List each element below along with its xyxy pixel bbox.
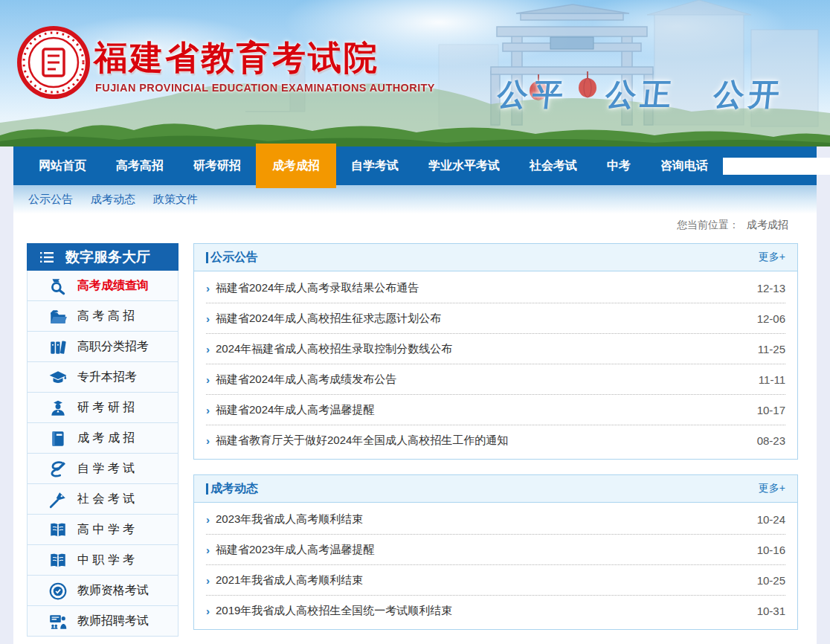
news-item[interactable]: › 福建省2023年成人高考温馨提醒 10-16 [206,535,785,565]
news-date: 12-13 [757,282,785,294]
sidebar-item[interactable]: 中 职 学 考 [28,545,178,576]
breadcrumb-current: 成考成招 [747,219,788,232]
news-date: 12-06 [757,312,785,325]
header-banner: 福建省教育考试院 FUJIAN PROVINCIAL EDUCATION EXA… [0,0,830,146]
sidebar-header: 数字服务大厅 [27,243,178,271]
chevron-right-icon: › [206,343,210,355]
nav-item[interactable]: 中考 [592,146,646,185]
news-date: 10-17 [757,404,785,416]
panel-header: 公示公告 更多+ [194,244,797,271]
panel-announcements: 公示公告 更多+ › 福建省2024年成人高考录取结果公布通告 12-13 [193,243,798,460]
news-date: 11-11 [759,373,785,386]
org-name-english: FUJIAN PROVINCIAL EDUCATION EXAMINATIONS… [95,82,435,94]
news-item[interactable]: › 2024年福建省成人高校招生录取控制分数线公布 11-25 [206,334,785,364]
sidebar-item[interactable]: 教师资格考试 [28,576,178,606]
news-date: 11-25 [758,343,785,355]
news-list: › 福建省2024年成人高考录取结果公布通告 12-13 › 福建省2024年成… [194,271,797,459]
nav-item[interactable]: 网站首页 [24,146,101,185]
score-search-icon [48,277,68,294]
news-item[interactable]: › 2021年我省成人高考顺利结束 10-25 [206,565,785,596]
panel-title: 公示公告 [206,250,258,265]
chevron-right-icon: › [206,312,210,325]
subnav-item[interactable]: 成考动态 [91,193,135,207]
sidebar-item[interactable]: 专升本招考 [28,362,178,393]
panel-news: 成考动态 更多+ › 2023年我省成人高考顺利结束 10-24 [193,474,798,630]
sidebar-item[interactable]: 高职分类招考 [28,332,178,362]
news-item[interactable]: › 2023年我省成人高考顺利结束 10-24 [206,504,785,535]
sidebar-item[interactable]: 自 学 考 试 [28,454,178,484]
nav-item[interactable]: 社会考试 [515,146,592,185]
sidebar-title: 数字服务大厅 [65,248,150,267]
main-nav: 网站首页 高考高招 研考研招 成考成招 自学考试 学业水平考试 社会考试 中考 … [13,146,817,185]
sidebar: 数字服务大厅 高考成绩查询 高 考 高 招 [27,243,178,644]
news-item[interactable]: › 福建省2024年成人高考录取结果公布通告 12-13 [206,273,785,303]
calligraphy-icon [48,460,68,477]
main-content: 公示公告 更多+ › 福建省2024年成人高考录取结果公布通告 12-13 [193,243,798,644]
panel-title: 成考动态 [206,481,258,497]
seal-icon [16,25,91,100]
news-item[interactable]: › 福建省2024年成人高校招生征求志愿计划公布 12-06 [206,303,785,334]
teacher-board-icon [48,612,68,630]
nav-item[interactable]: 学业水平考试 [414,146,515,185]
panel-header: 成考动态 更多+ [194,475,797,503]
chevron-right-icon: › [206,544,210,556]
chevron-right-icon: › [206,574,210,587]
chevron-right-icon: › [206,605,210,617]
sidebar-item[interactable]: 高 考 高 招 [28,301,178,332]
sidebar-item[interactable]: 高 中 学 考 [28,515,178,545]
page: 福建省教育考试院 FUJIAN PROVINCIAL EDUCATION EXA… [0,0,830,644]
scholar-icon [48,399,68,416]
news-item[interactable]: › 福建省2024年成人高考成绩发布公告 11-11 [206,364,785,395]
nav-item[interactable]: 成考成招 [256,144,336,188]
open-book-icon [48,551,68,569]
breadcrumb-label: 您当前位置： [677,219,739,232]
list-icon [38,248,56,266]
news-date: 10-16 [757,544,785,556]
news-item[interactable]: › 福建省2024年成人高考温馨提醒 10-17 [206,395,785,425]
news-date: 10-25 [757,574,785,587]
sidebar-item[interactable]: 教师招聘考试 [28,606,178,637]
content-wrapper: 您当前位置： 成考成招 数字服务大厅 [13,213,817,644]
grad-cap-icon [48,368,68,386]
sidebar-item[interactable]: 高考成绩查询 [28,271,178,301]
title-accent-bar [206,483,208,495]
banner-slogan: 公平 公正 公开 [495,74,786,115]
open-book-icon [48,521,68,538]
binders-icon [48,338,68,355]
sidebar-item[interactable]: 成 考 成 招 [28,423,178,454]
news-item[interactable]: › 2019年我省成人高校招生全国统一考试顺利结束 10-31 [206,596,785,626]
chevron-right-icon: › [206,373,210,386]
book-icon [48,429,68,447]
nav-item[interactable]: 研考研招 [178,146,256,185]
more-link[interactable]: 更多+ [759,482,785,495]
badge-icon [48,582,68,599]
chevron-right-icon: › [206,513,210,526]
nav-item[interactable]: 自学考试 [336,146,414,185]
nav-search [723,156,830,176]
chevron-right-icon: › [206,282,210,294]
title-accent-bar [206,252,208,263]
pen-icon [48,490,68,508]
chevron-right-icon: › [206,404,210,416]
site-logo [16,25,91,100]
news-list: › 2023年我省成人高考顺利结束 10-24 › 福建省2023年成人高考温馨… [194,503,797,629]
more-link[interactable]: 更多+ [759,251,785,264]
news-date: 10-31 [757,605,785,617]
news-item[interactable]: › 福建省教育厅关于做好2024年全国成人高校招生工作的通知 08-23 [206,425,785,456]
breadcrumb: 您当前位置： 成考成招 [13,213,817,237]
org-name-chinese: 福建省教育考试院 [94,36,379,80]
nav-item[interactable]: 高考高招 [101,146,178,185]
subnav-item[interactable]: 政策文件 [153,193,198,207]
subnav-item[interactable]: 公示公告 [28,193,73,207]
news-date: 10-24 [757,513,785,526]
folder-icon [48,307,68,325]
sidebar-menu: 高考成绩查询 高 考 高 招 高职分类招考 [27,271,178,637]
nav-item[interactable]: 咨询电话 [646,146,723,185]
news-date: 08-23 [757,434,785,447]
sidebar-item[interactable]: 研 考 研 招 [28,393,178,423]
search-input[interactable] [723,158,830,175]
sidebar-item[interactable]: 社 会 考 试 [28,484,178,515]
sub-nav: 公示公告 成考动态 政策文件 [13,185,817,213]
chevron-right-icon: › [206,434,210,447]
